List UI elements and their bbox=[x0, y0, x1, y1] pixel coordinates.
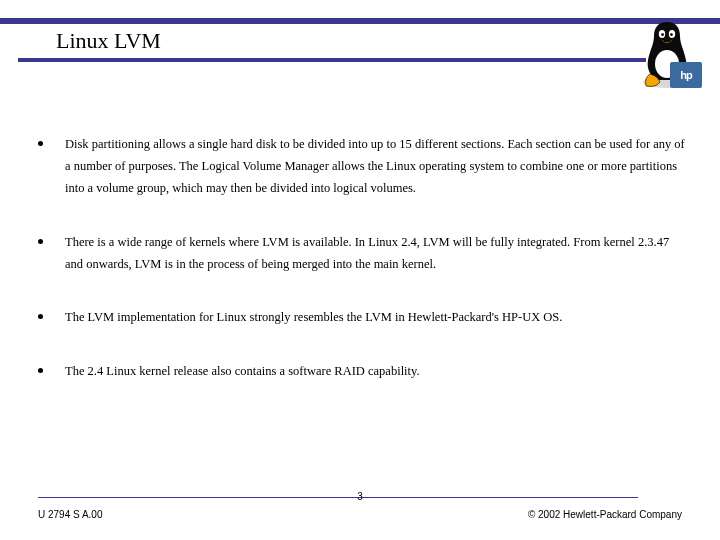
bullet-icon bbox=[38, 239, 43, 244]
page-title: Linux LVM bbox=[56, 28, 161, 54]
svg-point-4 bbox=[661, 33, 664, 36]
bullet-text: Disk partitioning allows a single hard d… bbox=[65, 134, 688, 200]
bullet-text: The LVM implementation for Linux strongl… bbox=[65, 307, 562, 329]
hp-logo: hp bbox=[670, 62, 702, 88]
footer-left: U 2794 S A.00 bbox=[38, 509, 103, 520]
list-item: There is a wide range of kernels where L… bbox=[38, 232, 688, 276]
top-bar bbox=[0, 18, 720, 24]
slide: Linux LVM hp Disk partitioning allows a … bbox=[0, 0, 720, 540]
bullet-text: There is a wide range of kernels where L… bbox=[65, 232, 688, 276]
bullet-text: The 2.4 Linux kernel release also contai… bbox=[65, 361, 420, 383]
title-rule bbox=[18, 58, 646, 62]
footer-right: © 2002 Hewlett-Packard Company bbox=[528, 509, 682, 520]
content: Disk partitioning allows a single hard d… bbox=[38, 134, 688, 415]
list-item: Disk partitioning allows a single hard d… bbox=[38, 134, 688, 200]
list-item: The 2.4 Linux kernel release also contai… bbox=[38, 361, 688, 383]
page-number: 3 bbox=[0, 491, 720, 502]
list-item: The LVM implementation for Linux strongl… bbox=[38, 307, 688, 329]
bullet-icon bbox=[38, 368, 43, 373]
bullet-icon bbox=[38, 141, 43, 146]
svg-point-5 bbox=[670, 33, 673, 36]
bullet-icon bbox=[38, 314, 43, 319]
